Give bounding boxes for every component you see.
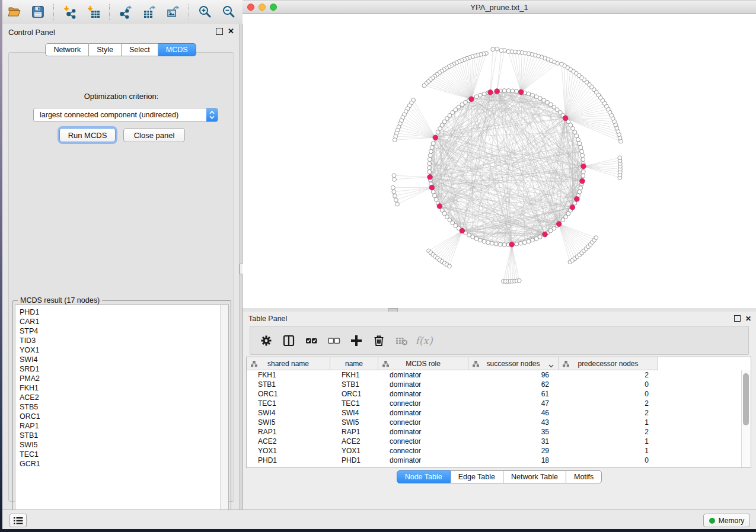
leaf-node[interactable] [393, 178, 397, 182]
memory-button[interactable]: Memory [703, 514, 750, 527]
export-table-icon[interactable] [141, 3, 158, 21]
network-node[interactable] [538, 97, 542, 101]
network-node[interactable] [578, 142, 582, 146]
dominator-node[interactable] [433, 135, 438, 140]
leaf-node[interactable] [560, 62, 564, 66]
float-panel-icon[interactable] [216, 28, 223, 35]
leaf-node[interactable] [392, 190, 396, 194]
network-node[interactable] [494, 242, 498, 246]
network-node[interactable] [474, 95, 479, 99]
network-node[interactable] [502, 89, 506, 93]
import-table-icon[interactable] [85, 3, 103, 21]
network-node[interactable] [538, 235, 542, 239]
network-node[interactable] [523, 241, 527, 245]
table-scrollbar[interactable] [741, 370, 751, 467]
close-table-panel-icon[interactable]: ✕ [745, 316, 751, 322]
leaf-node[interactable] [491, 47, 495, 52]
network-node[interactable] [474, 236, 479, 241]
mcds-result-item[interactable]: PHD1 [15, 307, 228, 317]
mcds-result-item[interactable]: SWI4 [15, 355, 228, 364]
select-all-rows-icon[interactable] [301, 331, 321, 351]
mcds-result-item[interactable]: CAR1 [15, 317, 228, 326]
network-node[interactable] [479, 238, 483, 242]
dominator-node[interactable] [428, 175, 433, 180]
network-node[interactable] [515, 89, 519, 94]
network-node[interactable] [527, 92, 531, 96]
table-row[interactable]: SWI4SWI4dominator462 [247, 408, 742, 418]
table-row[interactable]: PHD1PHD1dominator180 [247, 456, 742, 465]
table-scrollbar-thumb[interactable] [743, 373, 749, 425]
run-mcds-button[interactable]: Run MCDS [59, 128, 116, 142]
network-node[interactable] [531, 238, 535, 242]
dominator-node[interactable] [437, 204, 442, 209]
network-canvas[interactable] [243, 14, 756, 308]
network-node[interactable] [581, 158, 585, 162]
network-node[interactable] [579, 145, 583, 149]
dominator-node[interactable] [509, 242, 515, 247]
network-node[interactable] [534, 95, 538, 99]
network-node[interactable] [486, 241, 490, 245]
dominator-node[interactable] [570, 205, 575, 210]
optimization-select[interactable]: largest connected component (undirected) [33, 108, 218, 122]
leaf-node[interactable] [517, 278, 521, 283]
mcds-result-item[interactable]: TID3 [15, 336, 228, 345]
network-node[interactable] [479, 93, 483, 97]
leaf-node[interactable] [495, 47, 499, 51]
network-node[interactable] [502, 243, 506, 247]
network-node[interactable] [438, 127, 442, 131]
network-node[interactable] [506, 89, 511, 93]
network-node[interactable] [580, 153, 585, 158]
export-network-icon[interactable] [117, 3, 135, 21]
show-columns-icon[interactable] [279, 331, 299, 351]
import-network-icon[interactable] [61, 3, 79, 21]
add-column-icon[interactable] [346, 331, 366, 351]
table-row[interactable]: ORC1ORC1dominator610 [247, 389, 742, 399]
column-header-name[interactable]: name [330, 357, 378, 370]
network-node[interactable] [579, 186, 583, 190]
column-header-predecessor-nodes[interactable]: predecessor nodes [559, 357, 658, 370]
network-node[interactable] [581, 170, 585, 174]
tab-edge-table[interactable]: Edge Table [451, 470, 503, 483]
column-header-shared-name[interactable]: shared name [247, 357, 330, 370]
network-node[interactable] [531, 93, 535, 97]
deselect-all-rows-icon[interactable] [324, 331, 344, 351]
leaf-node[interactable] [594, 236, 598, 240]
dominator-node[interactable] [581, 164, 586, 169]
dominator-node[interactable] [460, 228, 465, 233]
close-panel-icon[interactable]: ✕ [228, 28, 234, 34]
tab-node-table[interactable]: Node Table [397, 470, 451, 483]
network-node[interactable] [471, 235, 475, 239]
network-node[interactable] [428, 170, 432, 174]
column-header-successor-nodes[interactable]: successor nodes [468, 357, 559, 370]
network-node[interactable] [467, 233, 471, 237]
zoom-in-icon[interactable] [196, 3, 214, 21]
network-node[interactable] [428, 158, 432, 162]
result-list-scrollbar[interactable] [220, 305, 228, 519]
dominator-node[interactable] [469, 97, 474, 102]
network-node[interactable] [527, 239, 531, 243]
mcds-result-item[interactable]: ACE2 [15, 393, 228, 402]
leaf-node[interactable] [506, 50, 511, 54]
network-node[interactable] [430, 145, 434, 149]
leaf-node[interactable] [448, 264, 452, 268]
mcds-result-item[interactable]: STB1 [15, 431, 228, 440]
mcds-result-item[interactable]: STP4 [15, 326, 228, 336]
leaf-node[interactable] [392, 174, 396, 178]
leaf-node[interactable] [393, 138, 397, 142]
leaf-node[interactable] [395, 202, 400, 206]
dominator-node[interactable] [495, 89, 500, 94]
tab-mcds[interactable]: MCDS [158, 43, 196, 56]
network-node[interactable] [429, 149, 433, 153]
table-row[interactable]: TEC1TEC1connector472 [247, 399, 742, 408]
network-node[interactable] [428, 153, 432, 158]
network-node[interactable] [576, 137, 580, 142]
tab-select[interactable]: Select [122, 43, 158, 56]
mcds-result-item[interactable]: SWI5 [15, 440, 228, 450]
mcds-result-item[interactable]: STB5 [15, 402, 228, 412]
network-node[interactable] [575, 134, 579, 138]
network-node[interactable] [511, 89, 515, 93]
tab-network[interactable]: Network [45, 43, 89, 56]
task-history-button[interactable] [9, 514, 27, 527]
network-node[interactable] [431, 142, 435, 146]
dominator-node[interactable] [543, 232, 548, 237]
